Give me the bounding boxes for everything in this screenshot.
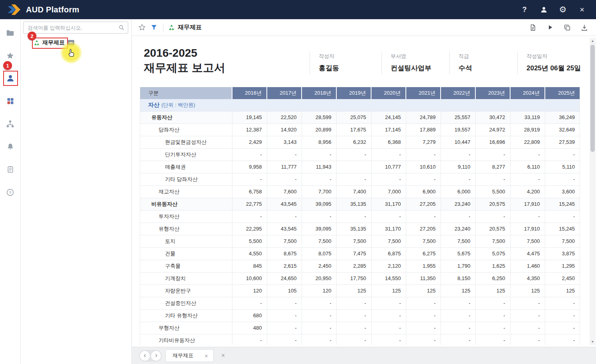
table-header-row: 구분2016년2017년2018년2019년2020년2021년2022년202… bbox=[140, 87, 580, 99]
download-icon[interactable] bbox=[580, 23, 589, 32]
page-title: 2016-2025 재무제표 보고서 bbox=[144, 46, 225, 75]
row-value: - bbox=[267, 322, 302, 334]
row-label: 구축물 bbox=[140, 260, 232, 272]
row-value: 7,500 bbox=[267, 235, 302, 247]
row-value: - bbox=[545, 297, 580, 309]
row-value: - bbox=[475, 334, 510, 345]
row-value: - bbox=[302, 309, 336, 322]
row-value: 7,400 bbox=[336, 185, 371, 198]
scroll-down-icon[interactable]: ▼ bbox=[590, 339, 596, 345]
table-row: 매출채권9,95811,77711,94310,77710,6109,1108,… bbox=[140, 161, 580, 173]
row-label: 투자자산 bbox=[140, 210, 232, 223]
close-icon[interactable]: × bbox=[578, 5, 586, 14]
tree-item-financial-statements[interactable]: 재무제표 bbox=[34, 39, 65, 46]
row-value: - bbox=[441, 309, 475, 322]
year-column-header: 2025년 bbox=[545, 87, 580, 99]
tab-scroll-left-button[interactable] bbox=[140, 351, 150, 361]
row-label: 비유동자산 bbox=[140, 198, 232, 210]
meta-label: 부서명 bbox=[391, 53, 449, 60]
vertical-scrollbar[interactable]: ▲ ▼ bbox=[590, 38, 596, 345]
favorites-star-icon[interactable] bbox=[6, 51, 15, 60]
row-value: - bbox=[406, 322, 441, 334]
row-label: 유형자산 bbox=[140, 223, 232, 235]
tabbar-close-icon[interactable]: × bbox=[221, 352, 225, 359]
row-value: - bbox=[475, 322, 510, 334]
tab-close-icon[interactable]: × bbox=[205, 352, 208, 359]
document-icon[interactable] bbox=[528, 23, 537, 32]
table-row: 당좌자산12,38714,92020,89917,67517,14517,889… bbox=[140, 123, 580, 136]
row-value: - bbox=[406, 148, 441, 161]
row-value: 125 bbox=[371, 284, 406, 297]
row-value: 30,472 bbox=[475, 111, 510, 123]
row-value: - bbox=[232, 148, 267, 161]
row-value: 5,500 bbox=[475, 185, 510, 198]
row-value: - bbox=[406, 334, 441, 345]
row-value: 15,245 bbox=[545, 223, 580, 235]
row-value: 9,958 bbox=[232, 161, 267, 173]
row-value: - bbox=[371, 210, 406, 223]
row-value: 5,110 bbox=[545, 161, 580, 173]
row-value: 11,350 bbox=[406, 272, 441, 284]
row-value: 125 bbox=[406, 284, 441, 297]
year-column-header: 2017년 bbox=[267, 87, 302, 99]
row-value: - bbox=[371, 322, 406, 334]
favorite-star-icon[interactable] bbox=[137, 23, 146, 32]
user-icon[interactable] bbox=[539, 5, 548, 14]
meta-value: 수석 bbox=[459, 64, 517, 73]
row-value: 7,500 bbox=[510, 235, 545, 247]
row-value: - bbox=[302, 322, 336, 334]
row-value: 17,889 bbox=[406, 123, 441, 136]
clipboard-icon[interactable] bbox=[6, 165, 15, 174]
row-value: 1,625 bbox=[475, 260, 510, 272]
row-label: 기타 유형자산 bbox=[140, 309, 232, 322]
notifications-bell-icon[interactable] bbox=[6, 142, 15, 151]
row-value: - bbox=[302, 334, 336, 345]
row-value: 25,557 bbox=[441, 111, 475, 123]
scrollbar-thumb[interactable] bbox=[590, 45, 595, 152]
row-value: 7,475 bbox=[336, 247, 371, 260]
row-value: 6,275 bbox=[406, 247, 441, 260]
help-circle-icon[interactable]: ? bbox=[6, 187, 15, 197]
row-label: 현금및현금성자산 bbox=[140, 136, 232, 148]
tab-financial-statements[interactable]: 재무제표 × bbox=[166, 350, 213, 362]
run-play-icon[interactable] bbox=[546, 23, 554, 32]
report-title-label: 재무제표 bbox=[178, 24, 202, 31]
table-row: 유동자산19,14522,52028,59925,07524,14524,789… bbox=[140, 111, 580, 123]
user-menu-icon[interactable] bbox=[6, 74, 15, 83]
search-input[interactable] bbox=[28, 25, 118, 31]
top-header: AUD Platform ? ⚙ × bbox=[0, 0, 596, 19]
scroll-up-icon[interactable]: ▲ bbox=[590, 38, 596, 44]
row-value: 6,900 bbox=[406, 185, 441, 198]
tab-nav bbox=[139, 350, 162, 362]
row-value: 7,500 bbox=[302, 235, 336, 247]
report-table-body: 구분2016년2017년2018년2019년2020년2021년2022년202… bbox=[140, 87, 580, 345]
tab-scroll-right-button[interactable] bbox=[151, 351, 161, 361]
settings-icon[interactable]: ⚙ bbox=[558, 5, 567, 14]
row-value: - bbox=[302, 173, 336, 185]
row-value: 7,500 bbox=[475, 235, 510, 247]
row-label: 무형자산 bbox=[140, 322, 232, 334]
row-value: 23,240 bbox=[441, 198, 475, 210]
row-value: - bbox=[441, 297, 475, 309]
row-value: - bbox=[232, 334, 267, 345]
copy-icon[interactable] bbox=[563, 23, 572, 32]
help-icon[interactable]: ? bbox=[520, 5, 529, 14]
search-icon[interactable] bbox=[118, 24, 125, 31]
row-value: - bbox=[475, 309, 510, 322]
row-value: - bbox=[336, 210, 371, 223]
folder-icon[interactable] bbox=[6, 28, 15, 38]
org-chart-icon[interactable] bbox=[6, 119, 15, 129]
report-content: 2016-2025 재무제표 보고서 작성자 홍길동 부서명 컨설팅사업부 직급… bbox=[132, 36, 596, 347]
row-value: 125 bbox=[545, 284, 580, 297]
row-value: 2,285 bbox=[336, 260, 371, 272]
dashboard-grid-icon[interactable] bbox=[6, 96, 15, 106]
row-value: 17,675 bbox=[336, 123, 371, 136]
row-value: 1,955 bbox=[406, 260, 441, 272]
row-value: 8,956 bbox=[302, 136, 336, 148]
row-value: 125 bbox=[336, 284, 371, 297]
filter-icon[interactable] bbox=[149, 23, 158, 32]
row-value: 6,875 bbox=[371, 247, 406, 260]
row-value: 17,910 bbox=[510, 198, 545, 210]
row-value: - bbox=[371, 148, 406, 161]
row-value: 28,919 bbox=[510, 123, 545, 136]
